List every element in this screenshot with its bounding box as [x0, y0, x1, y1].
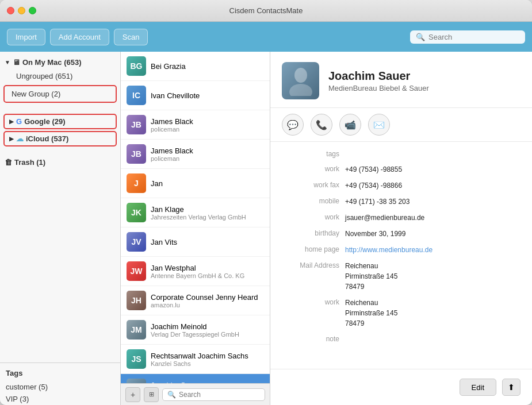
detail-field-row: home pagehttp://www.medienbureau.de	[270, 242, 532, 258]
main-content: ▼ 🖥 On My Mac (653) Ungrouped (651) New …	[0, 52, 532, 405]
contact-list-item[interactable]: JMJoachim MeinoldVerlag Der Tagesspiegel…	[121, 315, 270, 345]
contact-info: Jan KlageJahreszeiten Verlag Verlag GmbH	[151, 205, 264, 221]
field-label: work fax	[282, 180, 339, 189]
field-label: mobile	[282, 196, 339, 205]
sidebar-tag-item[interactable]: customer (5)	[0, 381, 120, 393]
contact-list-item[interactable]: JSRechtsanwalt Joachim SachsKanzlei Sach…	[121, 345, 270, 374]
icloud-label: iCloud (537)	[26, 134, 68, 143]
add-contact-button[interactable]: +	[125, 387, 140, 402]
field-value: Reichenau Pirminstraße 145 78479	[345, 298, 520, 329]
contact-avatar: J	[127, 173, 146, 193]
on-my-mac-label: On My Mac (653)	[22, 58, 82, 67]
on-my-mac-section: ▼ 🖥 On My Mac (653) Ungrouped (651) New …	[0, 52, 120, 109]
contact-name: Jan Westphal	[151, 264, 264, 272]
field-value: Reichenau Pirminstraße 145 78479	[345, 261, 520, 292]
contact-subtitle: Verlag Der Tagesspiegel GmbH	[151, 331, 264, 338]
on-my-mac-group[interactable]: ▼ 🖥 On My Mac (653)	[0, 55, 120, 70]
contact-avatar: IC	[127, 86, 146, 105]
contacts-search-input[interactable]	[179, 391, 260, 399]
contacts-panel: BGBei GraziaICIvan ChevilloteJBJames Bla…	[121, 52, 270, 405]
contact-list-item[interactable]: JBJames Blackpoliceman	[121, 140, 270, 169]
contact-avatar: BG	[127, 56, 146, 76]
sidebar: ▼ 🖥 On My Mac (653) Ungrouped (651) New …	[0, 52, 121, 405]
sidebar-item-trash[interactable]: 🗑 Trash (1)	[0, 155, 120, 169]
maximize-button[interactable]	[29, 7, 36, 14]
detail-field-row: work fax+49 (7534) -98866	[270, 178, 532, 194]
new-group-highlight: New Group (2)	[3, 85, 117, 103]
import-button[interactable]: Import	[7, 29, 45, 45]
email-action[interactable]: ✉️	[368, 114, 390, 136]
ungrouped-label: Ungrouped (651)	[16, 72, 72, 80]
contact-name: Jan	[151, 179, 264, 188]
contact-name: Bei Grazia	[151, 62, 264, 71]
minimize-button[interactable]	[18, 7, 25, 14]
detail-footer: Edit ⬆	[270, 369, 532, 405]
field-link[interactable]: http://www.medienbureau.de	[345, 246, 433, 254]
sidebar-item-ungrouped[interactable]: Ungrouped (651)	[0, 70, 120, 83]
contact-avatar: JK	[127, 203, 146, 222]
chevron-right-icon: ▶	[9, 118, 14, 125]
contact-subtitle: Antenne Bayern GmbH & Co. KG	[151, 272, 264, 279]
contact-subtitle: Kanzlei Sachs	[151, 360, 264, 367]
close-button[interactable]	[7, 7, 14, 14]
contact-info: Jan Vits	[151, 238, 264, 246]
contact-name: Ivan Chevillote	[151, 91, 264, 100]
contact-name: Jan Klage	[151, 205, 264, 214]
contact-list-item[interactable]: ICIvan Chevillote	[121, 81, 270, 110]
field-label: home page	[282, 245, 339, 253]
field-label: work	[282, 164, 339, 173]
scan-button[interactable]: Scan	[114, 29, 148, 45]
detail-fields: tags work+49 (7534) -98855work fax+49 (7…	[270, 142, 532, 351]
trash-section: 🗑 Trash (1)	[0, 152, 120, 173]
share-button[interactable]: ⬆	[502, 379, 520, 396]
contact-subtitle: amazon.lu	[151, 302, 264, 308]
new-group-label: New Group (2)	[12, 90, 60, 98]
detail-field-row: mobile+49 (171) -38 35 203	[270, 194, 532, 210]
contact-list-item[interactable]: JKJan KlageJahreszeiten Verlag Verlag Gm…	[121, 198, 270, 227]
add-account-button[interactable]: Add Account	[50, 29, 109, 45]
app-window: Cisdem ContactsMate Import Add Account S…	[0, 0, 532, 405]
sidebar-item-google[interactable]: ▶ G Google (29)	[3, 114, 117, 129]
contact-info: James Blackpoliceman	[151, 146, 264, 162]
toolbar-search-wrapper: 🔍	[410, 30, 525, 44]
detail-contact-company: MedienBureau Biebel & Sauer	[328, 84, 429, 92]
contact-detail-avatar	[282, 62, 319, 99]
sidebar-item-new-group[interactable]: New Group (2)	[6, 87, 114, 101]
field-value: http://www.medienbureau.de	[345, 245, 520, 255]
contact-list-item[interactable]: JHCorporate Counsel Jenny Heardamazon.lu	[121, 286, 270, 315]
contacts-bottom-bar: + ⊞ 🔍	[121, 383, 270, 405]
share-icon: ⬆	[508, 383, 515, 392]
field-value: +49 (7534) -98855	[345, 164, 520, 175]
contact-name: Jan Vits	[151, 238, 264, 246]
message-action[interactable]: 💬	[282, 114, 304, 136]
trash-label: Trash (1)	[14, 158, 45, 167]
contact-list-item[interactable]: BGBei Grazia	[121, 52, 270, 81]
search-input[interactable]	[428, 33, 519, 41]
detail-field-row: workjsauer@medienbureau.de	[270, 210, 532, 226]
video-action[interactable]: 📹	[339, 114, 361, 136]
detail-field-row: work+49 (7534) -98855	[270, 161, 532, 178]
field-value: +49 (171) -38 35 203	[345, 196, 520, 207]
detail-field-row: workReichenau Pirminstraße 145 78479	[270, 295, 532, 331]
contact-list-item[interactable]: JJan	[121, 169, 270, 198]
contact-avatar: JS	[127, 349, 146, 369]
contact-name: James Black	[151, 117, 264, 126]
svg-point-0	[294, 68, 307, 83]
detail-field-row: birthdayNovember 30, 1999	[270, 226, 532, 242]
contact-info: Ivan Chevillote	[151, 91, 264, 100]
contact-info: Jan WestphalAntenne Bayern GmbH & Co. KG	[151, 264, 264, 279]
contact-list-item[interactable]: JVJan Vits	[121, 227, 270, 257]
contact-list-item[interactable]: JSJoachim SauerMedienBureau Biebel & Sau…	[121, 374, 270, 383]
contact-list-item[interactable]: JBJames Blackpoliceman	[121, 110, 270, 140]
avatar-image	[289, 66, 313, 96]
edit-button[interactable]: Edit	[460, 379, 496, 396]
contact-name: Joachim Meinold	[151, 322, 264, 331]
field-label: work	[282, 298, 339, 306]
contact-avatar: JV	[127, 232, 146, 252]
window-title: Cisdem ContactsMate	[229, 6, 303, 15]
merge-contacts-button[interactable]: ⊞	[144, 387, 159, 402]
sidebar-item-icloud[interactable]: ▶ ☁ iCloud (537)	[3, 131, 117, 146]
sidebar-tag-item[interactable]: VIP (3)	[0, 393, 120, 405]
contact-list-item[interactable]: JWJan WestphalAntenne Bayern GmbH & Co. …	[121, 257, 270, 286]
call-action[interactable]: 📞	[311, 114, 332, 136]
